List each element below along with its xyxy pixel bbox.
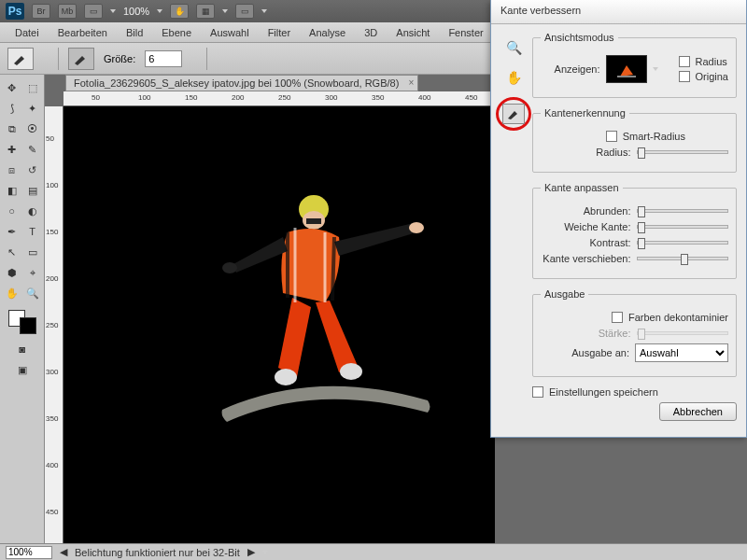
radius-slider[interactable] <box>637 150 729 154</box>
toolbox: ✥⬚ ⟆✦ ⧉⦿ ✚✎ ⧇↺ ◧▤ ○◐ ✒T ↖▭ ⬢⌖ ✋🔍 ◙ ▣ <box>0 75 45 543</box>
gradient-tool[interactable]: ▤ <box>23 181 42 200</box>
document-title: Fotolia_23629605_S_aleksey ipatov.jpg be… <box>74 77 399 89</box>
refine-edge-dialog: Kante verbessern 🔍 ✋ Ansichtsmodus Anzei… <box>490 0 747 438</box>
shift-slider[interactable] <box>637 257 729 260</box>
show-label: Anzeigen: <box>541 63 600 75</box>
output-section: Ausgabe Farben dekontaminier Stärke: Aus… <box>532 288 737 377</box>
hand-icon[interactable]: ✋ <box>170 4 189 19</box>
menu-ansicht[interactable]: Ansicht <box>388 24 437 41</box>
shape-tool[interactable]: ▭ <box>23 243 42 261</box>
chevron-down-icon[interactable] <box>110 9 116 13</box>
refine-brush-tool[interactable] <box>502 104 525 124</box>
menu-3d[interactable]: 3D <box>357 24 385 41</box>
hand-tool[interactable]: ✋ <box>3 284 21 302</box>
size-label: Größe: <box>104 53 135 64</box>
edge-detection-section: Kantenerkennung Smart-Radius Radius: <box>532 107 737 173</box>
menu-filter[interactable]: Filter <box>261 24 298 41</box>
feather-slider[interactable] <box>637 225 729 229</box>
brush-icon <box>73 52 90 65</box>
brush-preview[interactable] <box>68 48 94 70</box>
nav-next-icon[interactable]: ▶ <box>247 546 255 558</box>
eraser-tool[interactable]: ◧ <box>3 181 21 200</box>
bridge-icon[interactable]: Br <box>32 4 50 19</box>
feather-label: Weiche Kante: <box>541 221 631 232</box>
smooth-label: Abrunden: <box>541 205 631 217</box>
amount-label: Stärke: <box>541 328 631 339</box>
history-brush-tool[interactable]: ↺ <box>23 161 42 179</box>
document-tab[interactable]: Fotolia_23629605_S_aleksey ipatov.jpg be… <box>65 75 418 91</box>
screenmode-tool[interactable]: ▣ <box>13 360 32 379</box>
3d-tool[interactable]: ⬢ <box>3 263 21 282</box>
canvas[interactable] <box>63 106 495 543</box>
smooth-slider[interactable] <box>637 209 729 213</box>
output-legend: Ausgabe <box>541 288 588 300</box>
quickmask-tool[interactable]: ◙ <box>13 340 32 358</box>
status-zoom-input[interactable] <box>6 546 52 559</box>
lasso-tool[interactable]: ⟆ <box>3 99 21 118</box>
edge-detection-legend: Kantenerkennung <box>541 107 629 119</box>
zoom-tool[interactable]: 🔍 <box>23 284 42 302</box>
shift-label: Kante verschieben: <box>541 253 631 264</box>
eyedropper-tool[interactable]: ⦿ <box>23 119 42 138</box>
zoom-tool-icon[interactable]: 🔍 <box>502 37 525 58</box>
highlighted-brush-tool <box>496 97 531 131</box>
menu-analyse[interactable]: Analyse <box>302 24 353 41</box>
menu-datei[interactable]: Datei <box>7 24 47 41</box>
minibridge-icon[interactable]: Mb <box>58 4 77 19</box>
tool-preset-icon[interactable] <box>7 48 34 70</box>
remember-checkbox[interactable] <box>532 386 543 398</box>
menu-bearbeiten[interactable]: Bearbeiten <box>50 24 115 41</box>
screen-icon[interactable]: ▭ <box>235 4 254 19</box>
type-tool[interactable]: T <box>23 222 42 241</box>
radius-chk-label: Radius <box>696 56 727 67</box>
chevron-down-icon[interactable] <box>191 57 197 61</box>
decontaminate-checkbox[interactable] <box>612 312 623 323</box>
path-tool[interactable]: ↖ <box>3 243 21 261</box>
chevron-down-icon[interactable] <box>262 551 268 554</box>
stamp-tool[interactable]: ⧇ <box>3 161 21 179</box>
smart-radius-label: Smart-Radius <box>623 131 685 142</box>
radius-checkbox[interactable] <box>679 56 690 67</box>
menu-auswahl[interactable]: Auswahl <box>203 24 257 41</box>
pen-tool[interactable]: ✒ <box>3 222 21 241</box>
view-mode-section: Ansichtsmodus Anzeigen: Radius Origina <box>532 32 737 98</box>
hand-tool-icon[interactable]: ✋ <box>502 67 525 88</box>
chevron-down-icon[interactable] <box>43 57 49 61</box>
blur-tool[interactable]: ○ <box>3 202 21 220</box>
arrange-icon[interactable]: ▦ <box>196 4 215 19</box>
select-tool[interactable]: ⬚ <box>23 78 42 97</box>
view-thumbnail[interactable] <box>606 55 647 83</box>
dodge-tool[interactable]: ◐ <box>23 202 42 220</box>
screen-mode-icon[interactable]: ▭ <box>84 4 103 19</box>
original-checkbox[interactable] <box>679 71 690 82</box>
contrast-slider[interactable] <box>637 241 729 245</box>
svg-rect-7 <box>617 76 636 77</box>
heal-tool[interactable]: ✚ <box>3 140 21 159</box>
chevron-down-icon[interactable] <box>222 9 228 13</box>
svg-point-6 <box>340 363 362 380</box>
color-swatch[interactable] <box>8 310 36 334</box>
camera-tool[interactable]: ⌖ <box>23 263 42 282</box>
menu-bild[interactable]: Bild <box>119 24 150 41</box>
chevron-down-icon[interactable] <box>261 9 267 13</box>
nav-prev-icon[interactable]: ◀ <box>60 546 67 558</box>
size-input[interactable] <box>145 50 182 67</box>
radius-label: Radius: <box>541 147 631 158</box>
smart-radius-checkbox[interactable] <box>606 131 617 142</box>
menu-fenster[interactable]: Fenster <box>441 24 490 41</box>
svg-point-5 <box>275 369 297 385</box>
brush-tool[interactable]: ✎ <box>23 140 42 159</box>
menu-ebene[interactable]: Ebene <box>154 24 199 41</box>
chevron-down-icon[interactable] <box>157 9 162 13</box>
zoom-level[interactable]: 100% <box>123 6 149 17</box>
wand-tool[interactable]: ✦ <box>23 99 42 118</box>
crop-tool[interactable]: ⧉ <box>3 119 21 138</box>
amount-slider <box>637 331 729 335</box>
cancel-button[interactable]: Abbrechen <box>659 402 737 421</box>
output-select[interactable]: Auswahl <box>635 343 728 362</box>
close-icon[interactable]: × <box>409 77 415 88</box>
chevron-down-icon[interactable] <box>653 67 658 71</box>
svg-rect-2 <box>306 218 321 224</box>
remember-label: Einstellungen speichern <box>549 386 658 398</box>
move-tool[interactable]: ✥ <box>3 78 21 97</box>
